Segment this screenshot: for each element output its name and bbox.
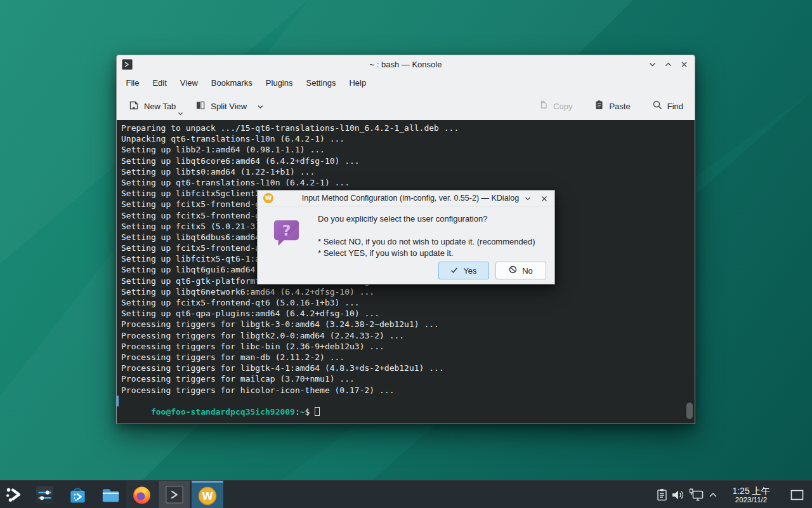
terminal-scrollbar-thumb[interactable] xyxy=(686,403,693,419)
shell-prompt: foo@foo-standardpcq35ich92009:~$ xyxy=(121,396,695,406)
find-button[interactable]: Find xyxy=(648,96,687,116)
svg-text:?: ? xyxy=(282,222,291,239)
clock-date: 2023/11/2 xyxy=(735,496,767,504)
application-launcher-icon[interactable] xyxy=(0,481,28,508)
paste-button[interactable]: Paste xyxy=(590,96,634,116)
terminal-line: Setting up qt6-translations-l10n (6.4.2-… xyxy=(121,177,695,188)
dolphin-icon[interactable] xyxy=(96,481,124,508)
terminal-cursor xyxy=(315,407,320,416)
cancel-icon xyxy=(509,265,517,276)
terminal-line: Processing triggers for man-db (2.11.2-2… xyxy=(121,352,695,363)
network-tray-icon[interactable] xyxy=(686,481,705,508)
terminal-line: Unpacking qt6-translations-l10n (6.4.2-1… xyxy=(121,133,695,144)
split-view-caret-icon xyxy=(257,102,264,111)
terminal-line: Preparing to unpack .../15-qt6-translati… xyxy=(121,123,695,133)
terminal-line: Setting up libb2-1:amd64 (0.98.1-1.1) ..… xyxy=(121,144,695,155)
terminal-line: Setting up libts0:amd64 (1.22-1+b1) ... xyxy=(121,166,695,177)
menu-view[interactable]: View xyxy=(173,75,204,91)
system-settings-icon[interactable] xyxy=(30,481,58,508)
yes-button[interactable]: Yes xyxy=(438,262,489,279)
prompt-marker xyxy=(117,396,119,406)
taskbar: W 1:25 上午 2023/11/2 xyxy=(0,480,812,508)
copy-icon xyxy=(538,100,549,112)
kdialog-body: ? Do you explicitly select the user conf… xyxy=(258,206,554,284)
dialog-question: Do you explicitly select the user config… xyxy=(318,214,487,224)
discover-icon[interactable] xyxy=(63,481,91,508)
kdialog-more-icon[interactable] xyxy=(523,194,532,203)
menu-plugins[interactable]: Plugins xyxy=(259,75,299,91)
dialog-option-yes: * Select YES, if you wish to update it. xyxy=(318,248,454,258)
minimize-icon[interactable] xyxy=(648,60,657,69)
terminal-line: Setting up libqt6network6:amd64 (6.4.2+d… xyxy=(121,286,695,297)
paste-icon xyxy=(594,100,605,112)
dialog-option-no: * Select NO, if you do not wish to updat… xyxy=(318,237,535,246)
svg-text:W: W xyxy=(202,490,213,502)
close-icon[interactable] xyxy=(680,60,688,69)
search-icon xyxy=(652,100,663,112)
terminal-line: Processing triggers for mailcap (3.70+nm… xyxy=(121,373,695,384)
terminal-line: Processing triggers for libgtk2.0-0:amd6… xyxy=(121,330,695,341)
show-desktop-icon[interactable] xyxy=(788,481,806,508)
terminal-line: Processing triggers for hicolor-icon-the… xyxy=(121,385,695,396)
terminal-line: Processing triggers for libc-bin (2.36-9… xyxy=(121,341,695,352)
volume-tray-icon[interactable] xyxy=(669,481,686,508)
menu-settings[interactable]: Settings xyxy=(299,75,343,91)
prompt-path: ~ xyxy=(300,407,305,417)
digital-clock[interactable]: 1:25 上午 2023/11/2 xyxy=(723,481,779,508)
tray-expand-icon[interactable] xyxy=(706,481,720,508)
question-icon: ? xyxy=(272,218,301,248)
konsole-window-icon xyxy=(122,59,133,70)
new-tab-icon xyxy=(128,100,140,113)
kdialog-app-icon: W xyxy=(263,193,273,203)
terminal-line: Setting up qt6-qpa-plugins:amd64 (6.4.2+… xyxy=(121,308,695,319)
terminal-line: Setting up fcitx5-frontend-qt6 (5.0.16-1… xyxy=(121,297,695,308)
kdialog-task-icon[interactable]: W xyxy=(192,481,223,508)
menu-bookmarks[interactable]: Bookmarks xyxy=(204,75,259,91)
svg-text:W: W xyxy=(265,194,272,201)
clock-time: 1:25 上午 xyxy=(732,486,769,496)
firefox-task-icon[interactable] xyxy=(126,481,157,508)
kdialog-titlebar: W Input Method Configuration (im-config,… xyxy=(258,190,554,206)
konsole-titlebar: ~ : bash — Konsole xyxy=(117,55,695,73)
split-view-icon xyxy=(195,100,206,113)
maximize-icon[interactable] xyxy=(664,60,672,69)
split-view-button[interactable]: Split View xyxy=(191,96,268,117)
kdialog-window: W Input Method Configuration (im-config,… xyxy=(257,190,555,284)
menu-help[interactable]: Help xyxy=(343,75,373,91)
konsole-menubar: File Edit View Bookmarks Plugins Setting… xyxy=(117,73,695,92)
check-icon xyxy=(450,266,458,276)
new-tab-caret-icon xyxy=(178,108,183,117)
new-tab-button[interactable]: New Tab xyxy=(124,96,180,117)
kdialog-close-icon[interactable] xyxy=(540,194,548,203)
copy-button[interactable]: Copy xyxy=(534,96,576,116)
terminal-line: Processing triggers for libgtk-3-0:amd64… xyxy=(121,319,695,330)
prompt-user-host: foo@foo-standardpcq35ich92009 xyxy=(151,407,295,417)
terminal-line: Setting up libqt6core6:amd64 (6.4.2+dfsg… xyxy=(121,156,695,166)
no-button[interactable]: No xyxy=(495,262,546,279)
window-title: ~ : bash — Konsole xyxy=(117,60,695,69)
terminal-line: Processing triggers for libgtk-4-1:amd64… xyxy=(121,363,695,373)
konsole-task-icon[interactable] xyxy=(159,481,190,508)
menu-edit[interactable]: Edit xyxy=(146,75,173,91)
kdialog-title: Input Method Configuration (im-config, v… xyxy=(258,194,554,203)
clipboard-tray-icon[interactable] xyxy=(653,481,671,508)
konsole-toolbar: New Tab Split View Copy xyxy=(117,92,695,120)
menu-file[interactable]: File xyxy=(119,75,146,91)
